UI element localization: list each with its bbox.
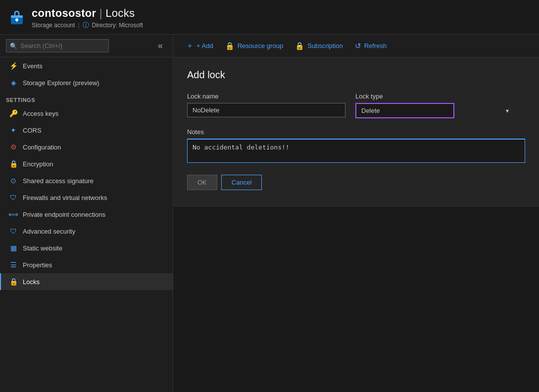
- search-input[interactable]: [6, 39, 109, 52]
- cors-icon: ✦: [9, 126, 18, 135]
- events-icon: ⚡: [9, 61, 18, 70]
- sidebar-item-access-keys[interactable]: 🔑 Access keys: [0, 105, 173, 122]
- add-icon: ＋: [186, 41, 194, 50]
- lock-name-label: Lock name: [187, 93, 345, 100]
- storage-explorer-icon: ◈: [9, 78, 18, 87]
- sidebar-item-storage-explorer[interactable]: ◈ Storage Explorer (preview): [0, 74, 173, 91]
- notes-row: Notes No accidental deletions!!: [187, 128, 525, 163]
- lock-icon: 🔒: [225, 42, 235, 50]
- static-website-icon: ▦: [9, 244, 18, 252]
- lock-type-select-wrapper: Delete ReadOnly ▾: [355, 103, 514, 118]
- sidebar: ⚡ Events ◈ Storage Explorer (preview) Se…: [0, 57, 173, 392]
- properties-icon: ☰: [9, 260, 18, 269]
- lock-type-field: Lock type Delete ReadOnly ▾: [355, 93, 514, 118]
- sidebar-item-properties[interactable]: ☰ Properties: [0, 256, 173, 273]
- info-icon[interactable]: ⓘ: [83, 21, 89, 30]
- refresh-label: Refresh: [364, 42, 387, 49]
- sidebar-item-label: Encryption: [23, 160, 53, 168]
- sidebar-item-label: Locks: [23, 278, 40, 286]
- lock-icon-2: 🔒: [295, 42, 304, 50]
- sidebar-item-label: Storage Explorer (preview): [23, 79, 99, 87]
- svg-rect-3: [16, 20, 17, 22]
- sidebar-item-label: Firewalls and virtual networks: [23, 194, 107, 201]
- collapse-sidebar-button[interactable]: «: [154, 39, 167, 53]
- add-label: + Add: [196, 42, 213, 49]
- page-title: contosostor | Locks: [32, 7, 143, 20]
- access-keys-icon: 🔑: [9, 109, 18, 118]
- subscription-label: Subscription: [307, 42, 343, 49]
- refresh-button[interactable]: ↺ Refresh: [350, 39, 392, 53]
- sidebar-item-private-endpoint[interactable]: ⟺ Private endpoint connections: [0, 206, 173, 223]
- sidebar-item-label: CORS: [23, 127, 42, 134]
- ok-button[interactable]: OK: [187, 175, 217, 190]
- sidebar-item-advanced-security[interactable]: 🛡 Advanced security: [0, 223, 173, 240]
- header: contosostor | Locks Storage account | ⓘ …: [0, 0, 539, 35]
- sidebar-item-label: Properties: [23, 261, 52, 269]
- search-wrapper: 🔍: [6, 39, 150, 52]
- sidebar-item-label: Events: [23, 62, 43, 70]
- subtitle-divider: |: [78, 22, 79, 29]
- configuration-icon: ⚙: [9, 143, 18, 151]
- chevron-down-icon: ▾: [506, 107, 509, 114]
- sidebar-scroll: ⚡ Events ◈ Storage Explorer (preview) Se…: [0, 57, 173, 392]
- sidebar-item-label: Private endpoint connections: [23, 211, 105, 218]
- advanced-security-icon: 🛡: [9, 227, 18, 236]
- resource-group-label: Resource group: [238, 42, 284, 49]
- add-lock-panel: Add lock Lock name Lock type Delete Read…: [173, 57, 539, 206]
- ok-label: OK: [197, 179, 207, 186]
- sidebar-item-label: Access keys: [23, 110, 58, 117]
- sidebar-item-shared-access-signature[interactable]: ⊙ Shared access signature: [0, 172, 173, 189]
- sidebar-item-encryption[interactable]: 🔒 Encryption: [0, 155, 173, 172]
- resource-group-button[interactable]: 🔒 Resource group: [220, 39, 289, 53]
- sidebar-item-configuration[interactable]: ⚙ Configuration: [0, 139, 173, 155]
- header-subtitle: Storage account | ⓘ Directory: Microsoft: [32, 21, 143, 30]
- notes-textarea[interactable]: No accidental deletions!!: [187, 139, 525, 163]
- sidebar-item-events[interactable]: ⚡ Events: [0, 57, 173, 74]
- content-area: Add lock Lock name Lock type Delete Read…: [173, 57, 539, 392]
- add-button[interactable]: ＋ + Add: [181, 39, 218, 53]
- sidebar-item-static-website[interactable]: ▦ Static website: [0, 240, 173, 256]
- app-icon: [8, 9, 26, 27]
- settings-section-label: Settings: [0, 91, 173, 105]
- cancel-button[interactable]: Cancel: [221, 175, 262, 190]
- sas-icon: ⊙: [9, 176, 18, 185]
- search-area: 🔍 «: [0, 35, 173, 57]
- add-lock-title: Add lock: [187, 69, 525, 81]
- toolbar: ＋ + Add 🔒 Resource group 🔒 Subscription …: [173, 36, 539, 56]
- action-row: OK Cancel: [187, 175, 525, 190]
- directory-label: Directory: Microsoft: [92, 22, 143, 29]
- lock-type-select[interactable]: Delete ReadOnly: [355, 103, 454, 118]
- header-text: contosostor | Locks Storage account | ⓘ …: [32, 7, 143, 30]
- resource-name: contosostor: [32, 7, 96, 19]
- svg-rect-1: [11, 15, 23, 18]
- sidebar-item-label: Configuration: [23, 144, 61, 151]
- lock-name-field: Lock name: [187, 93, 345, 118]
- main-layout: ⚡ Events ◈ Storage Explorer (preview) Se…: [0, 57, 539, 392]
- refresh-icon: ↺: [355, 42, 361, 50]
- sidebar-item-locks[interactable]: 🔒 Locks: [0, 273, 173, 290]
- lock-type-label: Lock type: [355, 93, 514, 100]
- page-section: Locks: [105, 7, 135, 19]
- notes-label: Notes: [187, 128, 525, 136]
- subscription-button[interactable]: 🔒 Subscription: [290, 39, 348, 53]
- cancel-label: Cancel: [232, 179, 251, 186]
- lock-name-input[interactable]: [187, 103, 345, 117]
- sidebar-item-cors[interactable]: ✦ CORS: [0, 122, 173, 139]
- top-bar: 🔍 « ＋ + Add 🔒 Resource group 🔒 Subscript…: [0, 35, 539, 57]
- sidebar-item-label: Static website: [23, 245, 62, 252]
- locks-icon: 🔒: [9, 277, 18, 286]
- firewalls-icon: 🛡: [9, 193, 18, 202]
- form-row-top: Lock name Lock type Delete ReadOnly ▾: [187, 93, 525, 118]
- encryption-icon: 🔒: [9, 159, 18, 168]
- sidebar-item-label: Advanced security: [23, 228, 75, 235]
- title-separator: |: [96, 7, 105, 19]
- resource-type: Storage account: [32, 22, 75, 29]
- sidebar-item-firewalls[interactable]: 🛡 Firewalls and virtual networks: [0, 189, 173, 206]
- private-endpoint-icon: ⟺: [9, 210, 18, 219]
- sidebar-item-label: Shared access signature: [23, 177, 94, 185]
